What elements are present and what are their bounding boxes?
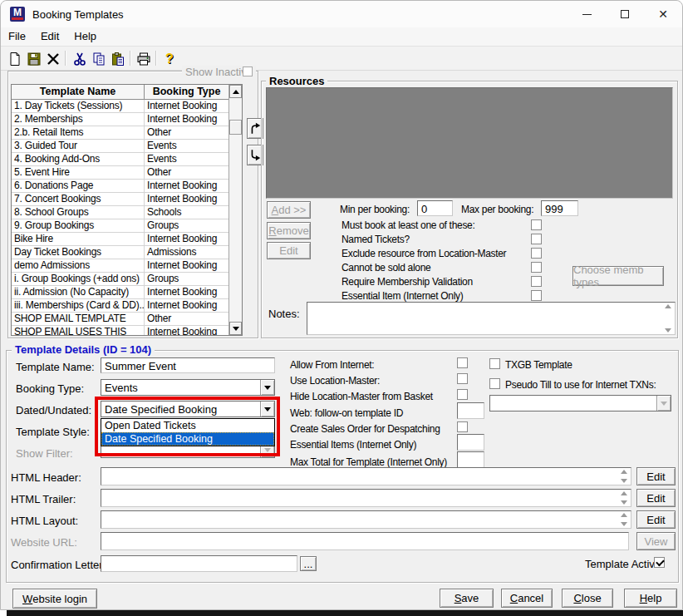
scrollbar-thumb[interactable] xyxy=(229,120,242,135)
browse-confirmation-letter-button[interactable]: ... xyxy=(300,556,317,571)
min-per-booking-input[interactable]: 0 xyxy=(417,200,453,216)
add-resource-button[interactable]: Add >> xyxy=(267,201,311,219)
template-name-input[interactable]: Summer Event xyxy=(101,357,275,373)
website-login-button[interactable]: Website login xyxy=(12,589,97,609)
table-row[interactable]: i. Group Bookings (+add ons) Groups xyxy=(12,273,228,286)
help-button-footer[interactable]: Help xyxy=(624,589,677,608)
delete-button[interactable] xyxy=(44,50,61,67)
max-per-booking-input[interactable]: 999 xyxy=(541,200,578,216)
cell-template-name[interactable]: Bike Hire xyxy=(12,233,145,245)
table-row[interactable]: 2.b. Retail Items Other xyxy=(12,126,228,140)
scroll-arrows[interactable] xyxy=(619,491,629,505)
table-row[interactable]: Day Ticket Bookings Admissions xyxy=(12,246,228,259)
cancel-button[interactable]: Cancel xyxy=(501,589,553,608)
cell-booking-type[interactable]: Internet Booking xyxy=(145,259,228,272)
cell-booking-type[interactable]: Internet Booking xyxy=(145,100,228,112)
cell-template-name[interactable]: 2. Memberships xyxy=(12,113,145,126)
cell-booking-type[interactable]: Other xyxy=(145,313,228,325)
pseudo-till-select[interactable] xyxy=(489,395,671,411)
close-button[interactable]: ✕ xyxy=(646,1,680,27)
resource-option-checkbox[interactable] xyxy=(531,290,542,301)
dropdown-option-date-specified[interactable]: Date Specified Booking xyxy=(101,432,274,446)
cell-booking-type[interactable]: Internet Booking xyxy=(145,193,228,205)
resource-option-checkbox[interactable] xyxy=(531,262,542,273)
view-website-url-button[interactable]: View xyxy=(636,532,676,550)
resource-option-checkbox[interactable] xyxy=(531,219,542,230)
cell-template-name[interactable]: 1. Day Tickets (Sessions) xyxy=(12,100,145,112)
cell-template-name[interactable]: 5. Event Hire xyxy=(12,166,145,179)
cell-template-name[interactable]: Day Ticket Bookings xyxy=(12,246,145,259)
html-header-textarea[interactable] xyxy=(101,467,631,485)
cell-booking-type[interactable]: Events xyxy=(145,140,228,152)
edit-html-header-button[interactable]: Edit xyxy=(636,467,676,485)
cell-booking-type[interactable]: Events xyxy=(145,153,228,165)
paste-button[interactable] xyxy=(109,50,126,67)
web-follow-on-input[interactable] xyxy=(457,402,484,419)
choose-memb-types-button[interactable]: Choose memb types xyxy=(572,266,664,286)
txgb-template-checkbox[interactable] xyxy=(489,358,500,369)
table-row[interactable]: iii. Memberships (Card & DD).. Internet … xyxy=(12,299,228,313)
max-total-input[interactable] xyxy=(457,451,484,468)
column-header-template-name[interactable]: Template Name xyxy=(12,85,145,99)
cell-template-name[interactable]: 7. Concert Bookings xyxy=(12,193,145,205)
resource-option-checkbox[interactable] xyxy=(531,276,542,287)
copy-button[interactable] xyxy=(90,50,107,67)
close-button-footer[interactable]: Close xyxy=(562,589,613,608)
cell-template-name[interactable]: i. Group Bookings (+add ons) xyxy=(12,273,145,285)
table-row[interactable]: ii. Admission (No Capacity) Internet Boo… xyxy=(12,286,228,299)
create-sales-order-checkbox[interactable] xyxy=(457,421,468,432)
table-row[interactable]: 2. Memberships Internet Booking xyxy=(12,113,228,126)
cell-template-name[interactable]: 8. School Groups xyxy=(12,206,145,219)
column-header-booking-type[interactable]: Booking Type xyxy=(145,85,228,99)
table-scrollbar[interactable] xyxy=(228,85,242,335)
edit-resource-button[interactable]: Edit xyxy=(267,242,311,259)
new-document-button[interactable] xyxy=(6,50,23,67)
website-url-input[interactable] xyxy=(101,532,629,550)
allow-from-internet-checkbox[interactable] xyxy=(457,357,468,368)
table-row[interactable]: SHOP EMAIL TEMPLATE Other xyxy=(12,313,228,326)
template-active-checkbox[interactable] xyxy=(654,557,665,568)
cell-template-name[interactable]: 3. Guided Tour xyxy=(12,140,145,152)
booking-type-select[interactable]: Events xyxy=(101,379,275,396)
dated-undated-select[interactable]: Date Specified Booking xyxy=(101,401,275,417)
cell-booking-type[interactable]: Internet Booking xyxy=(145,299,228,312)
cell-template-name[interactable]: 6. Donations Page xyxy=(12,180,145,192)
cell-booking-type[interactable]: Internet Booking xyxy=(145,233,228,245)
resource-option-checkbox[interactable] xyxy=(531,248,542,259)
cell-template-name[interactable]: iii. Memberships (Card & DD).. xyxy=(12,299,145,312)
use-location-master-checkbox[interactable] xyxy=(457,373,468,384)
save-button-footer[interactable]: Save xyxy=(440,589,494,608)
scroll-arrows[interactable] xyxy=(619,470,629,483)
notes-scroll-arrows[interactable] xyxy=(663,304,673,333)
notes-textarea[interactable] xyxy=(307,302,676,335)
cell-template-name[interactable]: 2.b. Retail Items xyxy=(12,126,145,139)
resources-listbox[interactable] xyxy=(266,87,673,199)
help-button[interactable]: ?? xyxy=(160,50,178,67)
edit-html-trailer-button[interactable]: Edit xyxy=(636,489,676,507)
maximize-button[interactable] xyxy=(608,1,641,27)
cell-booking-type[interactable]: Internet Booking xyxy=(145,286,228,298)
table-row[interactable]: 4. Booking Add-Ons Events xyxy=(12,153,228,166)
menu-help[interactable]: Help xyxy=(66,27,104,46)
cell-booking-type[interactable]: Groups xyxy=(145,273,228,285)
save-button[interactable] xyxy=(25,50,42,67)
scroll-down-button[interactable] xyxy=(229,322,242,335)
scroll-up-button[interactable] xyxy=(229,85,242,98)
table-row[interactable]: 1. Day Tickets (Sessions) Internet Booki… xyxy=(12,100,228,113)
menu-edit[interactable]: Edit xyxy=(33,27,66,46)
cell-booking-type[interactable]: Schools xyxy=(145,206,228,219)
html-trailer-textarea[interactable] xyxy=(101,489,631,507)
cell-booking-type[interactable]: Internet Booking xyxy=(145,113,228,126)
table-row[interactable]: 5. Event Hire Other xyxy=(12,166,228,180)
print-button[interactable] xyxy=(135,50,152,67)
table-row[interactable]: demo Admissions Internet Booking xyxy=(12,259,228,273)
cell-template-name[interactable]: SHOP EMAIL USES THIS xyxy=(12,326,145,335)
cell-template-name[interactable]: demo Admissions xyxy=(12,259,145,272)
table-row[interactable]: 3. Guided Tour Events xyxy=(12,140,228,153)
chevron-down-icon[interactable] xyxy=(260,380,274,395)
table-row[interactable]: 8. School Groups Schools xyxy=(12,206,228,219)
essential-items-input[interactable] xyxy=(457,434,484,451)
menu-file[interactable]: File xyxy=(1,27,33,46)
cell-booking-type[interactable]: Internet Booking xyxy=(145,180,228,192)
table-row[interactable]: 7. Concert Bookings Internet Booking xyxy=(12,193,228,206)
